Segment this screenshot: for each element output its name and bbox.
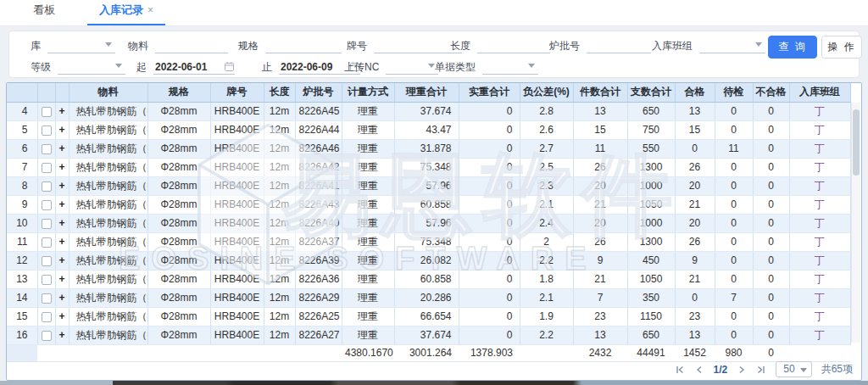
cell-team: 丁 bbox=[789, 288, 850, 307]
taskbar-strip bbox=[0, 381, 868, 385]
date-to-label: 止 bbox=[262, 60, 272, 75]
batch-input[interactable] bbox=[587, 38, 651, 53]
cell-bars: 350 bbox=[627, 288, 675, 307]
doc-type-select[interactable] bbox=[482, 59, 538, 75]
row-checkbox[interactable] bbox=[42, 181, 52, 192]
cell-pieces: 21 bbox=[573, 270, 627, 288]
filter-grade: 等级 bbox=[31, 59, 125, 75]
cell-spec: Φ28mm bbox=[147, 307, 210, 326]
cell-actual: 0 bbox=[459, 307, 520, 326]
grade-select[interactable] bbox=[58, 59, 125, 75]
row-checkbox[interactable] bbox=[42, 275, 52, 285]
row-checkbox[interactable] bbox=[42, 256, 52, 266]
warehouse-select[interactable] bbox=[47, 38, 115, 53]
last-page-icon[interactable] bbox=[756, 365, 766, 375]
cell-bars: 1050 bbox=[627, 195, 675, 214]
page-indicator[interactable]: 1/2 bbox=[714, 364, 728, 376]
row-checkbox[interactable] bbox=[42, 163, 52, 173]
cell-pieces: 20 bbox=[573, 214, 627, 232]
cell-checkbox[interactable] bbox=[37, 214, 55, 232]
operate-button[interactable]: 操 作 bbox=[821, 36, 862, 59]
cell-grade: HRB400E bbox=[210, 270, 264, 288]
expand-row-icon[interactable]: + bbox=[55, 326, 69, 344]
scrollbar-thumb[interactable] bbox=[853, 109, 860, 176]
expand-row-icon[interactable]: + bbox=[55, 139, 69, 158]
cell-num: 15 bbox=[7, 307, 37, 326]
expand-row-icon[interactable]: + bbox=[55, 158, 69, 176]
cell-team: 丁 bbox=[789, 214, 850, 232]
table-row[interactable]: 13+热轧带肋钢筋（抗震）Φ28mmHRB400E12m8226A36理重60.… bbox=[7, 270, 850, 288]
row-checkbox[interactable] bbox=[42, 331, 52, 341]
expand-row-icon[interactable]: + bbox=[55, 102, 69, 120]
prev-page-icon[interactable] bbox=[694, 365, 704, 375]
table-row[interactable]: 9+热轧带肋钢筋（抗震）Φ28mmHRB400E12m8226A43理重60.8… bbox=[7, 195, 850, 214]
expand-row-icon[interactable]: + bbox=[55, 307, 69, 326]
cell-checkbox[interactable] bbox=[37, 288, 55, 307]
length-input[interactable] bbox=[477, 38, 550, 53]
table-row[interactable]: 15+热轧带肋钢筋（抗震）Φ28mmHRB400E12m8226A25理重66.… bbox=[7, 307, 850, 326]
cell-spec: Φ28mm bbox=[147, 176, 210, 195]
row-checkbox[interactable] bbox=[42, 312, 52, 322]
tab-inbound-records[interactable]: 入库记录 × bbox=[87, 0, 165, 25]
cell-checkbox[interactable] bbox=[37, 195, 55, 214]
query-button[interactable]: 查 询 bbox=[768, 36, 817, 59]
row-checkbox[interactable] bbox=[42, 144, 52, 154]
expand-row-icon[interactable]: + bbox=[55, 288, 69, 307]
tab-dashboard[interactable]: 看板 bbox=[30, 0, 58, 25]
cell-method: 理重 bbox=[342, 214, 394, 232]
cell-bars: 650 bbox=[627, 102, 675, 120]
table-row[interactable]: 16+热轧带肋钢筋（抗震）Φ28mmHRB400E12m8226A27理重37.… bbox=[7, 326, 850, 344]
table-row[interactable]: 8+热轧带肋钢筋（抗震）Φ28mmHRB400E12m8226A41理重57.9… bbox=[7, 176, 850, 195]
table-row[interactable]: 7+热轧带肋钢筋（抗震）Φ28mmHRB400E12m8226A42理重75.3… bbox=[7, 158, 850, 176]
cell-checkbox[interactable] bbox=[37, 176, 55, 195]
brand-input[interactable] bbox=[374, 38, 462, 53]
table-row[interactable]: 12+热轧带肋钢筋（抗震）Φ28mmHRB400E12m8226A39理重26.… bbox=[7, 251, 850, 270]
row-checkbox[interactable] bbox=[42, 237, 52, 248]
cell-checkbox[interactable] bbox=[37, 270, 55, 288]
expand-row-icon[interactable]: + bbox=[55, 270, 69, 288]
cell-checkbox[interactable] bbox=[37, 158, 55, 176]
team-select[interactable] bbox=[699, 38, 765, 53]
row-checkbox[interactable] bbox=[42, 293, 52, 304]
table-row[interactable]: 6+热轧带肋钢筋（抗震）Φ28mmHRB400E12m8226A46理重31.8… bbox=[7, 139, 850, 158]
vertical-scrollbar[interactable] bbox=[851, 103, 860, 343]
col-header-checkbox[interactable] bbox=[37, 83, 55, 102]
page-size-select[interactable]: 50 bbox=[776, 361, 811, 377]
cell-length: 12m bbox=[264, 326, 295, 344]
cell-checkbox[interactable] bbox=[37, 102, 55, 120]
row-checkbox[interactable] bbox=[42, 200, 52, 210]
first-page-icon[interactable] bbox=[675, 365, 685, 375]
row-checkbox[interactable] bbox=[42, 126, 52, 136]
cell-pieces: 15 bbox=[573, 120, 627, 139]
next-page-icon[interactable] bbox=[737, 365, 747, 375]
expand-row-icon[interactable]: + bbox=[55, 120, 69, 139]
cell-checkbox[interactable] bbox=[37, 251, 55, 270]
cell-num: 9 bbox=[7, 195, 37, 214]
cell-checkbox[interactable] bbox=[37, 120, 55, 139]
row-checkbox[interactable] bbox=[42, 219, 52, 229]
cell-ng: 0 bbox=[753, 102, 789, 120]
expand-row-icon[interactable]: + bbox=[55, 251, 69, 270]
upload-nc-select[interactable] bbox=[386, 59, 438, 75]
col-header-material: 物料 bbox=[69, 83, 147, 102]
expand-row-icon[interactable]: + bbox=[55, 232, 69, 251]
material-input[interactable] bbox=[155, 38, 228, 53]
cell-checkbox[interactable] bbox=[37, 307, 55, 326]
close-tab-icon[interactable]: × bbox=[147, 4, 153, 16]
table-row[interactable]: 14+热轧带肋钢筋（抗震）Φ28mmHRB400E12m8226A29理重20.… bbox=[7, 288, 850, 307]
expand-row-icon[interactable]: + bbox=[55, 195, 69, 214]
cell-checkbox[interactable] bbox=[37, 139, 55, 158]
table-row[interactable]: 5+热轧带肋钢筋（抗震）Φ28mmHRB400E12m8226A44理重43.4… bbox=[7, 120, 850, 139]
table-row[interactable]: 10+热轧带肋钢筋（抗震）Φ28mmHRB400E12m8226A40理重57.… bbox=[7, 214, 850, 232]
cell-checkbox[interactable] bbox=[37, 326, 55, 344]
table-row[interactable]: 11+热轧带肋钢筋（抗震）Φ28mmHRB400E12m8226A37理重75.… bbox=[7, 232, 850, 251]
date-from-picker[interactable]: 2022-06-01 bbox=[153, 59, 235, 75]
expand-row-icon[interactable]: + bbox=[55, 214, 69, 232]
table-row[interactable]: 4+热轧带肋钢筋（抗震）Φ28mmHRB400E12m8226A45理重37.6… bbox=[7, 102, 850, 120]
expand-row-icon[interactable]: + bbox=[55, 176, 69, 195]
row-checkbox[interactable] bbox=[42, 107, 52, 117]
cell-checkbox[interactable] bbox=[37, 232, 55, 251]
cell-ok: 0 bbox=[675, 288, 715, 307]
spec-input[interactable] bbox=[265, 38, 342, 53]
cell-spec: Φ28mm bbox=[147, 232, 210, 251]
